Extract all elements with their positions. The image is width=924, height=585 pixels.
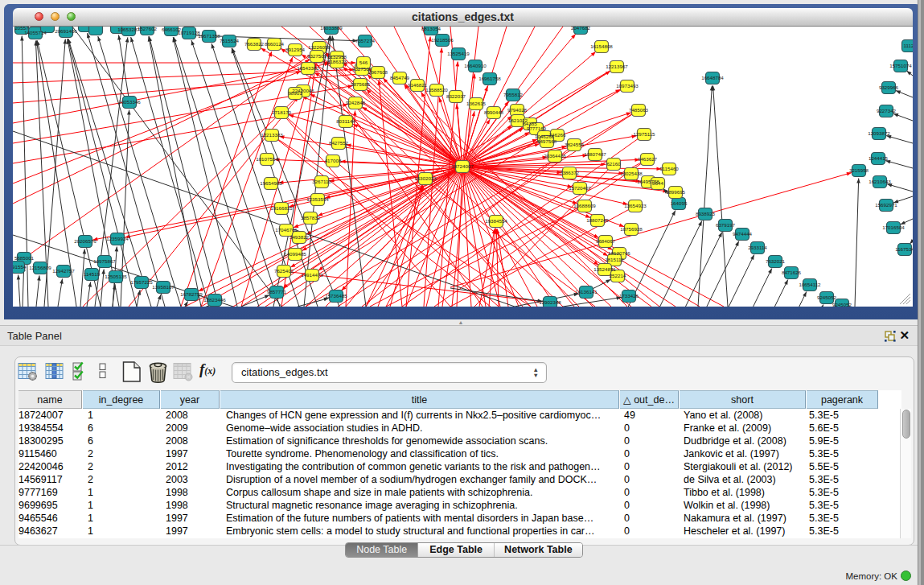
svg-text:12213383: 12213383	[261, 132, 283, 138]
svg-text:2933114: 2933114	[748, 245, 767, 250]
svg-text:8990448: 8990448	[484, 109, 504, 115]
svg-text:1362615: 1362615	[466, 101, 487, 106]
svg-text:16961758: 16961758	[478, 76, 501, 81]
svg-text:417008: 417008	[325, 158, 342, 163]
svg-text:164095: 164095	[671, 200, 688, 206]
svg-text:14136141: 14136141	[575, 289, 598, 295]
svg-text:7357274: 7357274	[355, 38, 376, 43]
svg-text:7485063: 7485063	[629, 107, 649, 113]
svg-text:9146821: 9146821	[408, 82, 428, 88]
svg-text:17957225: 17957225	[130, 279, 153, 285]
svg-text:9329966: 9329966	[879, 84, 899, 90]
svg-text:10719128: 10719128	[178, 30, 200, 35]
svg-text:8471626: 8471626	[782, 270, 802, 275]
svg-text:8427552: 8427552	[329, 140, 349, 146]
svg-text:10973493: 10973493	[616, 83, 639, 89]
svg-text:1733426: 1733426	[619, 293, 639, 299]
svg-text:19166825: 19166825	[270, 205, 293, 211]
svg-text:12093872: 12093872	[868, 130, 890, 136]
svg-text:98901: 98901	[288, 90, 302, 96]
svg-text:16782759: 16782759	[180, 291, 203, 297]
svg-text:12902348: 12902348	[539, 299, 561, 305]
svg-text:7955812: 7955812	[503, 92, 524, 97]
svg-text:20364436: 20364436	[544, 153, 566, 159]
svg-text:9875685: 9875685	[351, 81, 371, 87]
svg-text:14055714: 14055714	[24, 30, 47, 35]
svg-text:18724007: 18724007	[451, 163, 474, 169]
svg-text:7625402: 7625402	[274, 268, 294, 274]
svg-text:2967608: 2967608	[368, 69, 388, 75]
svg-text:9245052: 9245052	[832, 302, 852, 307]
svg-text:16648784: 16648784	[701, 75, 724, 80]
svg-text:13525419: 13525419	[447, 51, 470, 56]
svg-text:10975867: 10975867	[93, 258, 116, 264]
svg-text:10107554: 10107554	[256, 156, 278, 162]
svg-text:9115460: 9115460	[659, 166, 679, 171]
svg-text:10025438: 10025438	[620, 171, 643, 176]
svg-text:9242848: 9242848	[346, 100, 366, 105]
svg-text:19384554: 19384554	[485, 218, 507, 224]
svg-text:9794028: 9794028	[507, 107, 528, 113]
svg-text:18807249: 18807249	[586, 217, 609, 223]
svg-text:8644: 8644	[652, 180, 663, 186]
svg-text:14914479: 14914479	[301, 272, 323, 278]
svg-text:9684067: 9684067	[596, 238, 616, 244]
svg-text:6379197: 6379197	[716, 222, 736, 228]
svg-text:16543362: 16543362	[297, 65, 319, 71]
svg-text:1244415: 1244415	[869, 155, 889, 161]
svg-text:746266: 746266	[549, 132, 566, 138]
svg-text:9245052: 9245052	[817, 295, 837, 300]
svg-text:20206576: 20206576	[74, 238, 97, 244]
svg-text:9857771: 9857771	[267, 289, 287, 295]
svg-text:8813054: 8813054	[421, 27, 441, 31]
svg-text:14099485: 14099485	[284, 251, 306, 257]
svg-text:18120746: 18120746	[608, 250, 630, 256]
svg-text:20053346: 20053346	[118, 99, 141, 105]
svg-text:12359924: 12359924	[106, 236, 129, 241]
svg-text:16154808: 16154808	[590, 43, 613, 49]
svg-text:1112: 1112	[904, 43, 913, 48]
svg-text:114519: 114519	[84, 271, 101, 277]
svg-text:3493822: 3493822	[290, 234, 310, 240]
svg-text:12975115: 12975115	[633, 131, 655, 137]
svg-text:10671358: 10671358	[198, 33, 220, 39]
svg-text:9327509: 9327509	[307, 53, 327, 59]
svg-text:7632021: 7632021	[766, 258, 786, 264]
svg-text:391554: 391554	[13, 264, 27, 270]
svg-text:17016504: 17016504	[882, 225, 905, 230]
svg-text:12823446: 12823446	[203, 297, 226, 303]
svg-text:252214: 252214	[610, 273, 626, 278]
svg-text:5685001: 5685001	[14, 255, 35, 261]
svg-text:13588520: 13588520	[425, 87, 448, 93]
svg-text:1815112: 1815112	[605, 257, 624, 262]
svg-text:10807487: 10807487	[584, 151, 606, 157]
svg-text:13654923: 13654923	[624, 203, 647, 208]
svg-text:16640910: 16640910	[464, 63, 487, 68]
svg-text:9227342: 9227342	[877, 108, 897, 113]
svg-text:8938923: 8938923	[696, 211, 716, 216]
svg-text:8031144: 8031144	[336, 118, 355, 124]
svg-text:10756928: 10756928	[620, 226, 643, 232]
svg-text:10654112: 10654112	[799, 282, 821, 287]
svg-text:7386372: 7386372	[560, 170, 580, 175]
svg-text:15736485: 15736485	[325, 293, 347, 299]
svg-text:12505135: 12505135	[105, 274, 127, 279]
svg-text:9474444: 9474444	[733, 231, 753, 237]
svg-text:16210643: 16210643	[869, 179, 891, 184]
svg-text:10688609: 10688609	[573, 203, 596, 208]
svg-text:8322037: 8322037	[446, 93, 466, 99]
svg-text:3824554: 3824554	[565, 142, 585, 147]
svg-text:62160: 62160	[606, 161, 621, 167]
svg-text:20691406: 20691406	[55, 28, 77, 34]
svg-text:9899695: 9899695	[666, 189, 686, 195]
svg-text:1527602: 1527602	[138, 27, 158, 31]
svg-text:1167534: 1167534	[895, 246, 913, 252]
svg-text:16033809: 16033809	[320, 27, 343, 31]
svg-text:8660124: 8660124	[265, 41, 285, 47]
svg-text:2047682: 2047682	[571, 27, 591, 31]
svg-text:13958107: 13958107	[152, 284, 175, 290]
svg-text:9777169: 9777169	[527, 126, 547, 131]
svg-text:13524851: 13524851	[593, 266, 616, 272]
svg-text:12213967: 12213967	[606, 64, 628, 69]
svg-text:19654985: 19654985	[260, 180, 282, 186]
